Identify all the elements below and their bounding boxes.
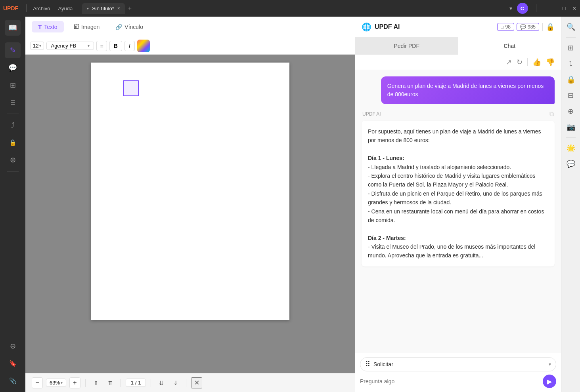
sidebar-item-stamp[interactable]: ⊕: [5, 152, 21, 168]
win-divider: [536, 4, 536, 12]
window-buttons: — □ ✕: [551, 5, 577, 11]
ai-tabs: Pedir PDF Chat: [355, 37, 561, 55]
bottom-divider-2: [121, 379, 121, 387]
ai-chat-input[interactable]: [360, 377, 540, 386]
sidebar-item-comment[interactable]: 💬: [5, 60, 21, 76]
lock-icon[interactable]: 🔒: [546, 23, 555, 31]
nav-last-button[interactable]: ⇓: [170, 377, 181, 388]
close-button[interactable]: ✕: [572, 5, 577, 11]
ai-mode-selector[interactable]: ⠿ Solicitar ▾: [360, 357, 556, 371]
nav-next-button[interactable]: ⇊: [156, 377, 167, 388]
ai-input-area: ⠿ Solicitar ▾ ▶: [355, 353, 561, 392]
ai-message-body: Por supuesto, aquí tienes un plan de via…: [362, 121, 555, 266]
sidebar-item-organize[interactable]: ⊞: [5, 77, 21, 93]
maximize-button[interactable]: □: [563, 5, 566, 11]
title-actions: ▾ C — □ ✕: [509, 3, 577, 14]
rsb-messages-icon[interactable]: 💬: [564, 157, 578, 171]
format-toolbar: 12 ▾ Agency FB ▾ ≡ B I: [25, 37, 355, 55]
ai-mode-label-text: Solicitar: [373, 361, 546, 367]
font-name-control[interactable]: Agency FB ▾: [46, 42, 94, 50]
rsb-stamp-icon[interactable]: ⊕: [564, 104, 578, 118]
ai-response-day1-line3: - Disfruta de un picnic en el Parque del…: [368, 189, 548, 207]
nav-prev-button[interactable]: ⇈: [105, 377, 116, 388]
ai-label-text: UPDF AI: [362, 111, 381, 117]
pdf-bottom-bar: − 63% ▾ + ⇑ ⇈ 1 / 1 ⇊ ⇓ ✕: [25, 373, 355, 392]
tab-pedir-pdf-label: Pedir PDF: [394, 43, 419, 49]
sidebar-item-extract[interactable]: ⤴: [5, 117, 21, 133]
minimize-button[interactable]: —: [551, 5, 556, 11]
document-tab[interactable]: ▾ Sin título* ×: [82, 3, 125, 14]
tab-chat-label: Chat: [503, 43, 515, 49]
ai-badge-messages[interactable]: 💬 985: [517, 23, 539, 31]
tab-pedir-pdf[interactable]: Pedir PDF: [355, 37, 458, 55]
sidebar-item-protect[interactable]: 🔒: [5, 135, 21, 150]
ai-badge-documents[interactable]: □ 98: [497, 23, 514, 31]
menu-archivo[interactable]: Archivo: [30, 4, 53, 13]
thumb-up-icon[interactable]: 👍: [532, 58, 541, 67]
font-name-value: Agency FB: [51, 43, 76, 49]
send-icon: ▶: [547, 378, 552, 385]
toolbar-imagen-label: Imagen: [81, 24, 100, 30]
font-size-value: 12: [33, 43, 38, 49]
close-edit-button[interactable]: ✕: [191, 377, 202, 388]
color-picker-button[interactable]: [137, 40, 150, 52]
italic-button[interactable]: I: [124, 41, 135, 51]
thumb-down-icon[interactable]: 👎: [546, 58, 555, 67]
sidebar-item-read[interactable]: 📖: [5, 20, 21, 36]
rsb-convert-icon[interactable]: ⤵: [564, 57, 578, 71]
sidebar-item-bookmark[interactable]: 🔖: [5, 356, 21, 371]
title-divider: [26, 4, 27, 12]
rsb-compare-icon[interactable]: ⊟: [564, 88, 578, 103]
ai-mode-dots-icon: ⠿: [365, 360, 370, 369]
ai-response-day1-line4: - Cena en un restaurante local con menú …: [368, 207, 548, 225]
sidebar-sep-2: [7, 114, 19, 114]
ai-badges: □ 98 💬 985: [497, 23, 539, 31]
sidebar-item-edit[interactable]: ✎: [5, 42, 21, 58]
new-tab-button[interactable]: +: [128, 5, 132, 12]
avatar[interactable]: C: [517, 3, 528, 14]
rsb-search-icon[interactable]: 🔍: [564, 20, 578, 34]
menu-ayuda[interactable]: Ayuda: [55, 4, 76, 13]
page-current: 1: [131, 380, 134, 386]
copy-icon[interactable]: ⧉: [549, 110, 554, 118]
badge-doc-value: 98: [505, 24, 511, 30]
user-message: Genera un plan de viaje a Madrid de lune…: [381, 76, 555, 104]
ai-action-bar: ↗ ↻ 👍 👎: [355, 55, 561, 70]
sidebar-item-attachment[interactable]: 📎: [5, 373, 21, 389]
bold-button[interactable]: B: [109, 41, 122, 51]
text-align-button[interactable]: ≡: [96, 41, 107, 51]
rsb-camera-icon[interactable]: 📷: [564, 120, 578, 134]
font-size-control[interactable]: 12 ▾: [30, 42, 44, 50]
toolbar-texto-button[interactable]: T Texto: [32, 21, 64, 32]
content-area: T Texto 🖼 Imagen 🔗 Vínculo 12 ▾ Age: [25, 17, 355, 392]
zoom-in-button[interactable]: +: [69, 377, 80, 388]
pdf-canvas: [25, 55, 355, 373]
right-sidebar: 🔍 ⊞ ⤵ 🔒 ⊟ ⊕ 📷 🌟 💬: [561, 17, 580, 392]
rsb-protect-icon[interactable]: 🔒: [564, 72, 578, 87]
main-layout: 📖 ✎ 💬 ⊞ ☰ ⤴ 🔒 ⊕ ⊖ 🔖 📎 T Texto 🖼 Imagen: [0, 17, 580, 392]
sidebar-item-layers[interactable]: ⊖: [5, 338, 21, 354]
ai-send-button[interactable]: ▶: [543, 375, 556, 388]
tab-title: Sin título*: [92, 6, 114, 11]
ai-panel-title: UPDF AI: [375, 23, 494, 30]
zoom-out-button[interactable]: −: [32, 377, 43, 388]
font-size-arrow: ▾: [39, 44, 41, 48]
rsb-ai-icon[interactable]: 🌟: [564, 141, 578, 155]
dropdown-icon[interactable]: ▾: [509, 5, 512, 11]
tab-chat[interactable]: Chat: [458, 37, 561, 55]
nav-first-button[interactable]: ⇑: [90, 377, 101, 388]
texto-t-icon: T: [38, 23, 42, 30]
text-selection-box[interactable]: [123, 80, 139, 96]
refresh-icon[interactable]: ↻: [517, 58, 523, 67]
toolbar-imagen-button[interactable]: 🖼 Imagen: [67, 21, 106, 32]
rsb-scan-icon[interactable]: ⊞: [564, 41, 578, 55]
zoom-value-display[interactable]: 63% ▾: [46, 379, 66, 387]
toolbar-vinculo-button[interactable]: 🔗 Vínculo: [109, 21, 149, 32]
sidebar-item-form[interactable]: ☰: [5, 95, 21, 110]
share-icon[interactable]: ↗: [506, 58, 512, 67]
tab-close-icon[interactable]: ×: [117, 6, 120, 11]
page-total: 1: [138, 380, 141, 386]
app-logo: UPDF: [3, 5, 18, 11]
ai-header: 🌐 UPDF AI □ 98 💬 985 🔒: [355, 17, 561, 37]
pdf-page: [91, 63, 289, 320]
